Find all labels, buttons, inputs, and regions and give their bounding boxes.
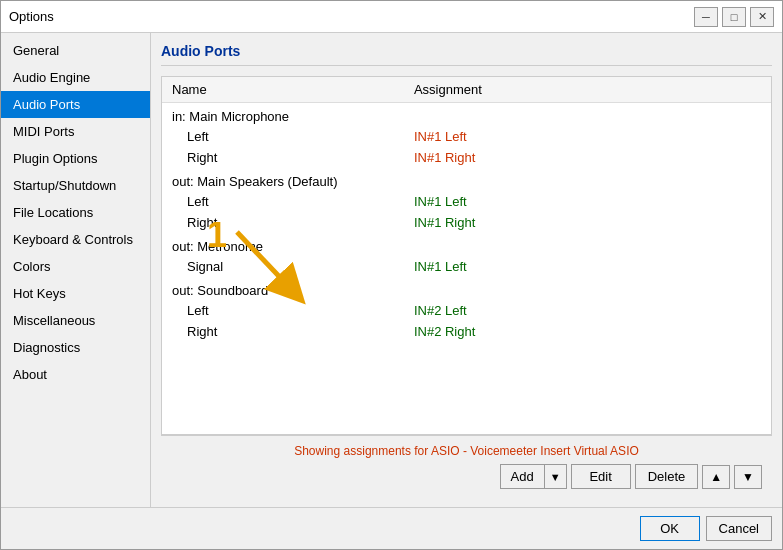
port-name: Right	[162, 212, 404, 233]
sidebar-item-diagnostics[interactable]: Diagnostics	[1, 334, 150, 361]
sidebar-item-general[interactable]: General	[1, 37, 150, 64]
title-bar: Options ─ □ ✕	[1, 1, 782, 33]
sidebar-item-plugin-options[interactable]: Plugin Options	[1, 145, 150, 172]
edit-button[interactable]: Edit	[571, 464, 631, 489]
sidebar-item-colors[interactable]: Colors	[1, 253, 150, 280]
col-header-assignment: Assignment	[404, 77, 703, 103]
section-title: Audio Ports	[161, 43, 772, 66]
delete-button[interactable]: Delete	[635, 464, 699, 489]
port-assignment: IN#1 Right	[404, 212, 703, 233]
table-group-header: out: Main Speakers (Default)	[162, 168, 771, 191]
port-name: Left	[162, 126, 404, 147]
port-extra	[703, 126, 771, 147]
add-button-group: Add ▼	[500, 464, 567, 489]
port-assignment: IN#1 Right	[404, 147, 703, 168]
sidebar-item-keyboard-controls[interactable]: Keyboard & Controls	[1, 226, 150, 253]
table-row[interactable]: RightIN#1 Right	[162, 147, 771, 168]
table-row[interactable]: LeftIN#1 Left	[162, 126, 771, 147]
port-name: Left	[162, 300, 404, 321]
table-group-header: in: Main Microphone	[162, 103, 771, 127]
port-name: Right	[162, 321, 404, 342]
audio-ports-table: Name Assignment in: Main MicrophoneLeftI…	[161, 76, 772, 435]
sidebar-item-file-locations[interactable]: File Locations	[1, 199, 150, 226]
status-text: Showing assignments for ASIO - Voicemeet…	[171, 444, 762, 458]
port-assignment: IN#1 Left	[404, 191, 703, 212]
port-assignment: IN#2 Left	[404, 300, 703, 321]
port-assignment: IN#1 Left	[404, 256, 703, 277]
port-name: Left	[162, 191, 404, 212]
table-header-row: Name Assignment	[162, 77, 771, 103]
sidebar-item-audio-engine[interactable]: Audio Engine	[1, 64, 150, 91]
move-down-button[interactable]: ▼	[734, 465, 762, 489]
port-extra	[703, 256, 771, 277]
table-row[interactable]: LeftIN#2 Left	[162, 300, 771, 321]
table-body: in: Main MicrophoneLeftIN#1 LeftRightIN#…	[162, 103, 771, 343]
window-title: Options	[9, 9, 54, 24]
sidebar-item-miscellaneous[interactable]: Miscellaneous	[1, 307, 150, 334]
minimize-button[interactable]: ─	[694, 7, 718, 27]
dialog-buttons: OK Cancel	[1, 507, 782, 549]
port-name: Signal	[162, 256, 404, 277]
cancel-button[interactable]: Cancel	[706, 516, 772, 541]
port-extra	[703, 191, 771, 212]
col-header-extra	[703, 77, 771, 103]
options-window: Options ─ □ ✕ GeneralAudio EngineAudio P…	[0, 0, 783, 550]
window-controls: ─ □ ✕	[694, 7, 774, 27]
sidebar-item-about[interactable]: About	[1, 361, 150, 388]
port-assignment: IN#2 Right	[404, 321, 703, 342]
port-extra	[703, 212, 771, 233]
add-dropdown-button[interactable]: ▼	[544, 464, 567, 489]
move-up-button[interactable]: ▲	[702, 465, 730, 489]
ok-button[interactable]: OK	[640, 516, 700, 541]
maximize-button[interactable]: □	[722, 7, 746, 27]
close-button[interactable]: ✕	[750, 7, 774, 27]
table-row[interactable]: RightIN#2 Right	[162, 321, 771, 342]
port-extra	[703, 321, 771, 342]
table-group-header: out: Metronome	[162, 233, 771, 256]
main-panel: Audio Ports Name Assignment in: Main Mic…	[151, 33, 782, 507]
sidebar-item-startup-shutdown[interactable]: Startup/Shutdown	[1, 172, 150, 199]
table-group-header: out: Soundboard	[162, 277, 771, 300]
port-assignment: IN#1 Left	[404, 126, 703, 147]
sidebar-item-midi-ports[interactable]: MIDI Ports	[1, 118, 150, 145]
footer-buttons: Add ▼ Edit Delete ▲ ▼	[171, 464, 762, 489]
add-button[interactable]: Add	[500, 464, 544, 489]
col-header-name: Name	[162, 77, 404, 103]
port-name: Right	[162, 147, 404, 168]
table-row[interactable]: SignalIN#1 Left	[162, 256, 771, 277]
table-row[interactable]: RightIN#1 Right	[162, 212, 771, 233]
port-extra	[703, 147, 771, 168]
sidebar: GeneralAudio EngineAudio PortsMIDI Ports…	[1, 33, 151, 507]
port-extra	[703, 300, 771, 321]
sidebar-item-audio-ports[interactable]: Audio Ports	[1, 91, 150, 118]
table-row[interactable]: LeftIN#1 Left	[162, 191, 771, 212]
content-area: GeneralAudio EngineAudio PortsMIDI Ports…	[1, 33, 782, 507]
footer-bar: Showing assignments for ASIO - Voicemeet…	[161, 435, 772, 497]
sidebar-item-hot-keys[interactable]: Hot Keys	[1, 280, 150, 307]
